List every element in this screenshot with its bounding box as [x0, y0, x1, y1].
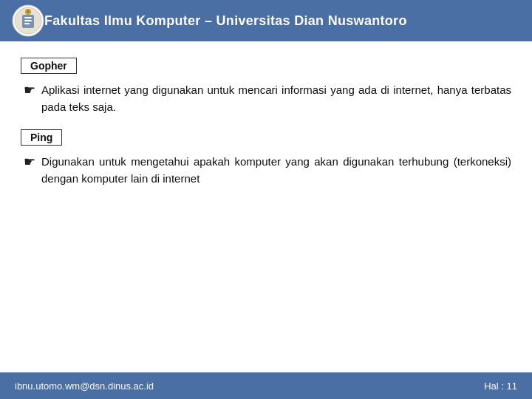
header: Fakultas Ilmu Komputer – Universitas Dia… [0, 0, 532, 41]
ping-label: Ping [21, 129, 62, 146]
ping-section: Ping ☛ Digunakan untuk mengetahui apakah… [21, 129, 511, 188]
gopher-bullet-row: ☛ Aplikasi internet yang digunakan untuk… [21, 81, 511, 116]
footer-page: Hal : 11 [484, 381, 517, 392]
ping-bullet-row: ☛ Digunakan untuk mengetahui apakah komp… [21, 153, 511, 188]
footer-email: ibnu.utomo.wm@dsn.dinus.ac.id [15, 381, 154, 392]
university-logo-icon [12, 4, 44, 37]
gopher-bullet-icon: ☛ [24, 82, 35, 98]
gopher-label: Gopher [21, 58, 77, 74]
ping-text: Digunakan untuk mengetahui apakah komput… [41, 153, 511, 188]
svg-rect-3 [24, 17, 32, 18]
ping-bullet-icon: ☛ [24, 154, 35, 170]
svg-rect-5 [24, 23, 30, 24]
footer: ibnu.utomo.wm@dsn.dinus.ac.id Hal : 11 [0, 372, 532, 399]
header-title: Fakultas Ilmu Komputer – Universitas Dia… [44, 13, 407, 29]
svg-rect-4 [24, 20, 32, 21]
gopher-text: Aplikasi internet yang digunakan untuk m… [41, 81, 511, 116]
gopher-section: Gopher ☛ Aplikasi internet yang digunaka… [21, 58, 511, 116]
main-content: Gopher ☛ Aplikasi internet yang digunaka… [0, 41, 532, 208]
